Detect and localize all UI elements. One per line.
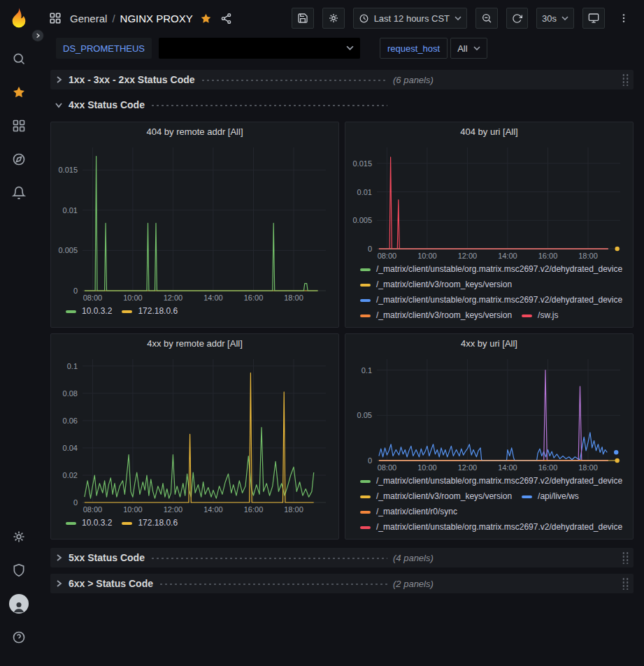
save-dashboard-button[interactable]	[292, 8, 314, 29]
legend-label: /sw.js	[538, 310, 558, 321]
chevron-down-icon[interactable]	[55, 101, 63, 109]
svg-text:0.005: 0.005	[58, 246, 78, 254]
svg-text:10:00: 10:00	[123, 505, 143, 514]
row-header: 1xx - 3xx - 2xx Status Code	[55, 74, 393, 85]
legend-label: 172.18.0.6	[138, 517, 178, 529]
time-series-chart[interactable]: 08:0010:0012:0014:0016:0018:0000.0050.01…	[57, 142, 333, 303]
row-header: 4xx Status Code	[55, 99, 393, 110]
row-title[interactable]: 5xx Status Code	[69, 552, 145, 563]
panel-title[interactable]: 4xx by uri [All]	[351, 334, 627, 354]
svg-text:14:00: 14:00	[203, 294, 223, 302]
legend-item[interactable]: 172.18.0.6	[122, 305, 178, 317]
chevron-down-icon	[455, 16, 461, 21]
sidebar-item-explore[interactable]	[6, 146, 32, 173]
svg-text:0: 0	[368, 245, 372, 253]
dashboard-settings-button[interactable]	[322, 8, 345, 29]
row-drag-handle[interactable]	[622, 577, 629, 590]
legend-item[interactable]: /_matrix/client/unstable/org.matrix.msc2…	[360, 263, 622, 275]
gear-icon	[12, 530, 26, 544]
legend-label: /_matrix/client/unstable/org.matrix.msc2…	[376, 294, 622, 306]
tv-mode-button[interactable]	[582, 8, 605, 29]
legend-item[interactable]: /_matrix/client/unstable/org.matrix.msc2…	[360, 521, 622, 533]
row-title[interactable]: 1xx - 3xx - 2xx Status Code	[69, 74, 195, 85]
svg-text:0.1: 0.1	[67, 362, 78, 370]
legend-item[interactable]: 10.0.3.2	[66, 305, 112, 317]
chevron-right-icon[interactable]	[55, 579, 63, 588]
search-icon	[12, 52, 26, 66]
legend-item[interactable]: /_matrix/client/unstable/org.matrix.msc2…	[360, 475, 622, 487]
apps-menu-button[interactable]	[48, 10, 63, 26]
panel-row-2: 4xx by remote addr [All] 08:0010:0012:00…	[50, 333, 634, 540]
sidebar-item-server-admin[interactable]	[6, 557, 32, 584]
sidebar-item-search[interactable]	[6, 45, 32, 72]
variable-ds-label[interactable]: DS_PROMETHEUS	[56, 38, 152, 59]
legend-item[interactable]: /sw.js	[522, 310, 558, 321]
time-series-chart[interactable]: 08:0010:0012:0014:0016:0018:0000.050.1	[351, 354, 627, 472]
monitor-icon	[588, 13, 599, 24]
variable-request-host-value-select[interactable]: All	[450, 38, 487, 59]
chevron-right-icon[interactable]	[55, 553, 63, 562]
svg-text:0.01: 0.01	[357, 188, 372, 196]
sidebar-item-configuration[interactable]	[6, 523, 32, 550]
svg-text:0.04: 0.04	[63, 444, 78, 452]
legend-item[interactable]: /_matrix/client/v3/room_keys/version	[360, 310, 512, 321]
panel-4xx-by-remote-addr: 4xx by remote addr [All] 08:0010:0012:00…	[50, 333, 339, 540]
row-5xx[interactable]: 5xx Status Code (4 panels)	[50, 548, 634, 567]
sidebar-expand-button[interactable]	[31, 29, 44, 42]
time-range-picker[interactable]: Last 12 hours CST	[353, 8, 467, 29]
sidebar-item-alerting[interactable]	[6, 180, 32, 206]
main-area: General / NGINX PROXY Last 12 hours	[38, 0, 644, 666]
legend-swatch	[360, 511, 371, 514]
panel-title[interactable]: 404 by uri [All]	[351, 122, 627, 142]
favorite-star-button[interactable]	[200, 13, 212, 24]
legend-item[interactable]: /_matrix/client/v3/room_keys/version	[360, 279, 512, 291]
row-4xx[interactable]: 4xx Status Code	[50, 95, 634, 115]
svg-text:16:00: 16:00	[244, 505, 264, 514]
panel-title[interactable]: 4xx by remote addr [All]	[57, 334, 333, 354]
svg-text:0.1: 0.1	[362, 366, 372, 375]
sidebar-item-starred[interactable]	[6, 79, 32, 106]
svg-text:14:00: 14:00	[498, 463, 517, 472]
star-icon	[200, 13, 212, 24]
row-drag-handle[interactable]	[622, 551, 629, 564]
dashboard-variables-bar: DS_PROMETHEUS request_host All	[38, 36, 644, 66]
breadcrumb-folder[interactable]: General	[70, 13, 107, 24]
row-panel-count: (4 panels)	[393, 553, 434, 563]
row-drag-handle[interactable]	[622, 73, 629, 86]
row-title[interactable]: 6xx > Status Code	[69, 578, 153, 589]
legend-item[interactable]: 10.0.3.2	[66, 517, 112, 529]
legend-item[interactable]: /_matrix/client/r0/sync	[360, 506, 457, 518]
chevron-right-icon[interactable]	[55, 75, 63, 84]
time-series-chart[interactable]: 08:0010:0012:0014:0016:0018:0000.020.040…	[57, 354, 333, 514]
row-title[interactable]: 4xx Status Code	[69, 99, 145, 110]
svg-text:0.005: 0.005	[352, 216, 372, 224]
sidebar-item-profile[interactable]	[6, 591, 32, 617]
panel-title[interactable]: 404 by remote addr [All]	[57, 122, 333, 142]
svg-text:18:00: 18:00	[578, 463, 598, 472]
legend-item[interactable]: /_matrix/client/v3/room_keys/version	[360, 491, 512, 502]
svg-text:0: 0	[368, 456, 372, 465]
legend-label: /_matrix/client/unstable/org.matrix.msc2…	[376, 263, 622, 275]
variable-ds-value-select[interactable]	[159, 38, 360, 59]
kebab-menu-button[interactable]	[613, 8, 634, 29]
legend-item[interactable]: /_matrix/client/unstable/org.matrix.msc2…	[360, 294, 622, 306]
panel-legend: /_matrix/client/unstable/org.matrix.msc2…	[351, 472, 627, 533]
breadcrumb-dashboard[interactable]: NGINX PROXY	[120, 13, 193, 24]
zoom-out-time-button[interactable]	[475, 8, 498, 29]
breadcrumb-separator: /	[112, 13, 115, 24]
legend-item[interactable]: 172.18.0.6	[122, 517, 178, 529]
grafana-app: General / NGINX PROXY Last 12 hours	[0, 0, 644, 666]
refresh-button[interactable]	[506, 8, 528, 29]
row-6xx[interactable]: 6xx > Status Code (2 panels)	[50, 574, 634, 593]
sidebar-item-dashboards[interactable]	[6, 113, 32, 139]
sidebar-item-help[interactable]	[6, 624, 32, 651]
legend-label: /_matrix/client/unstable/org.matrix.msc2…	[376, 521, 622, 533]
refresh-interval-dropdown[interactable]: 30s	[536, 8, 574, 29]
legend-item[interactable]: /api/live/ws	[522, 491, 579, 502]
share-button[interactable]	[219, 11, 234, 26]
row-header: 5xx Status Code	[55, 552, 393, 563]
row-1xx-3xx-2xx[interactable]: 1xx - 3xx - 2xx Status Code (6 panels)	[50, 70, 634, 89]
dashboards-grid-icon	[12, 119, 26, 133]
grafana-logo[interactable]	[8, 7, 30, 31]
time-series-chart[interactable]: 08:0010:0012:0014:0016:0018:0000.0050.01…	[351, 142, 627, 261]
